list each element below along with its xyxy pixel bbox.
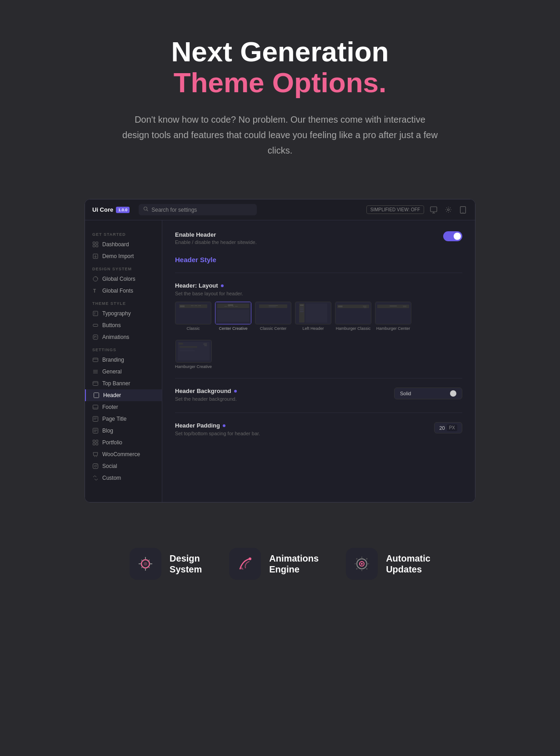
custom-icon [92,475,99,481]
sidebar-item-branding[interactable]: Branding [85,354,162,366]
header-style-heading: Header Style [175,256,462,264]
layout-option-classic-center[interactable]: Classic Center [255,302,291,331]
global-fonts-icon: T [92,288,99,294]
layout-thumb-center-creative[interactable] [215,302,251,324]
svg-text:T: T [94,312,96,315]
sidebar-section-theme-style: THEME STYLE [85,297,162,308]
layout-options-row2: Hamburger Creative [175,340,462,369]
layout-option-hamburger-creative[interactable]: Hamburger Creative [175,340,212,369]
svg-rect-66 [300,308,304,308]
layout-option-left-header[interactable]: Left Header [295,302,331,331]
hero-description: Don't know how to code? No problem. Our … [121,112,439,158]
header-background-row: Header Background Set the header backgro… [175,388,462,402]
layout-thumb-left-header[interactable] [295,302,331,324]
sidebar-item-blog[interactable]: Blog [85,425,162,437]
svg-point-98 [356,568,358,570]
settings-icon[interactable] [443,205,453,215]
svg-rect-64 [299,303,305,323]
svg-rect-58 [217,310,249,322]
layout-thumb-hamburger-creative[interactable] [175,340,212,363]
sidebar-item-dashboard[interactable]: Dashboard [85,239,162,250]
sidebar-section-design-system: DESIGN SYSTEM [85,262,162,273]
sidebar-item-portfolio[interactable]: Portfolio [85,437,162,448]
svg-rect-2 [430,207,437,212]
px-unit-label: PX [447,424,457,431]
sidebar-item-general[interactable]: General [85,366,162,378]
layout-thumb-hamburger-center[interactable] [375,302,411,324]
automatic-updates-title: Automatic Updates [386,553,430,575]
header-padding-label: Header Padding [175,422,260,429]
main-content: Enable Header Enable / disable the heade… [162,220,475,502]
sidebar-item-demo-import[interactable]: Demo Import [85,250,162,262]
design-system-text: Design System [170,553,202,575]
animations-engine-icon-box [229,548,261,580]
search-bar[interactable]: Search for settings [139,204,257,215]
layout-center-creative-label: Center Creative [219,326,247,331]
svg-rect-87 [179,347,197,348]
layout-option-hamburger-center[interactable]: Hamburger Center [375,302,411,331]
sidebar-item-global-colors-label: Global Colors [102,276,135,282]
svg-rect-62 [269,307,276,307]
search-placeholder: Search for settings [151,207,197,213]
sidebar-item-buttons[interactable]: Buttons [85,319,162,331]
sidebar-item-top-banner[interactable]: Top Banner [85,378,162,389]
sidebar-item-global-colors[interactable]: Global Colors [85,273,162,285]
svg-rect-29 [93,417,98,422]
header-padding-desc: Set top/bottom spacing for header bar. [175,431,260,436]
sidebar-item-page-title[interactable]: Page Title [85,413,162,425]
enable-header-label: Enable Header [175,231,257,238]
header-padding-row: Header Padding Set top/bottom spacing fo… [175,422,462,436]
sidebar-item-header-label: Header [103,392,121,398]
svg-rect-26 [94,393,99,398]
layout-option-classic[interactable]: Classic [175,302,211,331]
sidebar-item-custom[interactable]: Custom [85,472,162,484]
monitor-icon[interactable] [429,205,439,215]
app-screenshot: Ui Core 1.0.0 Search for settings SIMPLI… [85,199,475,502]
sidebar-item-animations[interactable]: Animations [85,331,162,343]
layout-classic-center-label: Classic Center [260,326,287,331]
bg-indicator-dot [234,390,237,393]
svg-point-0 [144,207,147,210]
sidebar-section-settings: SETTINGS [85,343,162,354]
svg-rect-88 [179,349,192,350]
header-layout-label: Header: Layout [175,282,462,289]
sidebar-item-woocommerce-label: WooCommerce [102,451,140,458]
header-background-select[interactable]: Solid [394,388,462,399]
header-padding-control[interactable]: 20 PX [434,422,462,433]
svg-rect-74 [363,307,366,307]
automatic-updates-text: Automatic Updates [386,553,430,575]
search-icon [143,206,149,213]
layout-option-center-creative[interactable]: Center Creative [215,302,251,331]
sidebar-item-global-fonts-label: Global Fonts [102,288,133,294]
svg-point-40 [95,457,95,458]
svg-rect-36 [93,440,95,443]
header-layout-section: Header: Layout Set the base layout for h… [175,282,462,369]
sidebar-item-social[interactable]: Social [85,460,162,472]
section-divider-3 [175,413,462,413]
enable-header-desc: Enable / disable the header sitewide. [175,239,257,245]
sidebar-item-footer[interactable]: Footer [85,401,162,413]
layout-thumb-classic[interactable] [175,302,211,324]
sidebar-item-woocommerce[interactable]: WooCommerce [85,448,162,460]
sidebar-item-typography[interactable]: T Typography [85,308,162,319]
layout-option-hamburger-classic[interactable]: Hamburger Classic [335,302,371,331]
svg-rect-67 [300,309,304,310]
simplified-view-button[interactable]: SIMPLIFIED VIEW: OFF [366,205,424,214]
svg-rect-9 [96,242,98,244]
tablet-icon[interactable] [458,205,468,215]
svg-rect-27 [93,405,98,409]
enable-header-toggle[interactable] [443,231,462,241]
layout-indicator-dot [221,284,224,287]
sidebar-item-header[interactable]: Header [85,389,162,401]
sidebar-item-buttons-label: Buttons [102,322,121,328]
svg-rect-72 [338,306,343,308]
layout-thumb-classic-center[interactable] [255,302,291,324]
animations-icon [92,334,99,340]
sidebar-item-global-fonts[interactable]: T Global Fonts [85,285,162,297]
typography-icon: T [92,310,99,317]
svg-rect-68 [300,311,304,312]
svg-point-41 [96,457,97,458]
layout-thumb-hamburger-classic[interactable] [335,302,371,324]
svg-point-95 [361,563,363,565]
woocommerce-icon [92,451,99,458]
